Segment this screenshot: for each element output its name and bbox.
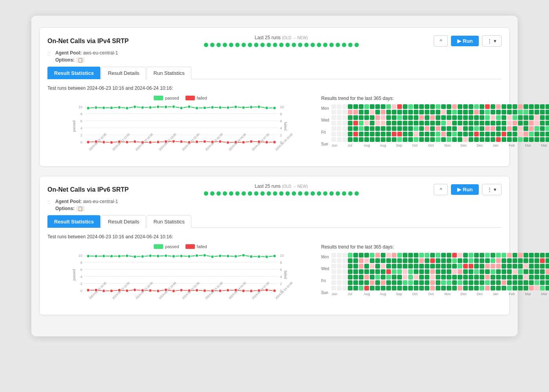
svg-point-109	[211, 255, 214, 258]
heatmap-cell	[331, 286, 336, 290]
heatmap-cell	[337, 269, 342, 274]
heatmap-cell	[425, 253, 429, 258]
heatmap-cell	[359, 253, 364, 258]
heatmap-cell	[353, 286, 358, 290]
heatmap-cell	[524, 269, 528, 274]
heatmap-cell	[414, 137, 418, 142]
heatmap-cell	[386, 280, 391, 285]
heatmap-cell	[469, 286, 473, 290]
run-button[interactable]: ▶ Run	[451, 184, 479, 195]
heatmap-cell	[447, 275, 451, 279]
heatmap-cell	[463, 253, 468, 258]
heatmap-cell	[408, 258, 413, 263]
heatmap-cell	[430, 264, 435, 269]
more-button[interactable]: ⋮ ▾	[482, 184, 502, 195]
month-label: Aug	[364, 143, 380, 147]
heatmap-cell	[534, 269, 539, 274]
heatmap-cell	[331, 121, 336, 125]
heatmap-cell	[524, 258, 528, 263]
svg-point-56	[218, 140, 222, 143]
heatmap-cell	[353, 253, 358, 258]
heatmap-cell	[496, 115, 501, 120]
heatmap-cell	[491, 110, 495, 114]
heatmap-cell	[441, 110, 446, 114]
svg-point-135	[218, 289, 222, 292]
svg-point-44	[125, 140, 129, 143]
drag-handle[interactable]: ::	[47, 199, 51, 205]
collapse-button[interactable]: ^	[434, 35, 448, 47]
heatmap-cell	[337, 104, 342, 109]
heatmap-cell	[403, 110, 407, 114]
heatmap-cell	[447, 115, 451, 120]
heatmap-cell	[381, 264, 385, 269]
heatmap-cell	[441, 104, 446, 109]
tab-result-details[interactable]: Result Details	[101, 67, 146, 79]
heatmap-cell	[540, 280, 545, 285]
svg-point-93	[87, 254, 90, 258]
heatmap-cell	[375, 104, 380, 109]
heatmap-cell	[491, 104, 495, 109]
heatmap-cell	[502, 280, 506, 285]
heatmap-cell	[375, 264, 380, 269]
heatmap-cell	[529, 280, 534, 285]
legend-failed: failed	[185, 96, 207, 100]
month-label: Dec	[460, 292, 476, 296]
heatmap-cell	[496, 258, 501, 263]
tab-result-statistics[interactable]: Result Statistics	[47, 67, 100, 79]
heatmap-cell	[441, 115, 446, 120]
svg-point-104	[172, 255, 175, 258]
heatmap-cell	[331, 104, 336, 109]
chart-legend: passed failed	[47, 244, 313, 249]
month-label: Jul	[348, 292, 364, 296]
tab-run-statistics[interactable]: Run Statistics	[147, 67, 191, 79]
more-button[interactable]: ⋮ ▾	[482, 35, 502, 47]
heatmap-cell	[529, 269, 534, 274]
svg-point-19	[125, 107, 129, 110]
tab-result-statistics[interactable]: Result Statistics	[47, 215, 100, 228]
status-dot	[229, 43, 233, 47]
tab-result-details[interactable]: Result Details	[101, 215, 146, 228]
heatmap-cell	[485, 132, 490, 136]
heatmap-cell	[430, 132, 435, 136]
month-label: Jun	[331, 143, 347, 147]
heatmap-cell	[348, 253, 353, 258]
month-label: Feb	[509, 292, 525, 296]
heatmap-cell	[458, 264, 462, 269]
tabs-bar: Result StatisticsResult DetailsRun Stati…	[47, 67, 502, 79]
heatmap-cell	[513, 126, 517, 131]
heatmap-cell	[425, 132, 429, 136]
run-button[interactable]: ▶ Run	[451, 36, 479, 46]
svg-text:10: 10	[280, 105, 284, 109]
heatmap-cell	[430, 286, 435, 290]
heatmap-cell	[381, 258, 385, 263]
heatmap-cell	[331, 115, 336, 120]
svg-point-100	[141, 255, 144, 258]
status-dot	[235, 191, 240, 196]
heatmap-cell	[507, 280, 512, 285]
heatmap-cell	[469, 137, 473, 142]
heatmap-cell	[545, 110, 549, 114]
status-dot	[242, 191, 246, 196]
collapse-button[interactable]: ^	[434, 184, 448, 195]
heatmap-cell	[447, 269, 451, 274]
heatmap-cell	[545, 137, 549, 142]
heatmap-cell	[534, 280, 539, 285]
heatmap-cell	[348, 137, 353, 142]
status-dot	[248, 43, 252, 47]
drag-handle[interactable]: ::	[47, 50, 51, 56]
heatmap-cell	[337, 126, 342, 131]
heatmap-cell	[474, 137, 479, 142]
heatmap-cell	[458, 275, 462, 279]
heatmap-cell	[507, 126, 512, 131]
heatmap-cell	[342, 110, 347, 114]
heatmap-cell	[381, 286, 385, 290]
heatmap-cell	[342, 104, 347, 109]
tab-run-statistics[interactable]: Run Statistics	[147, 215, 191, 228]
heatmap-cell	[370, 258, 374, 263]
heatmap-cell	[534, 275, 539, 279]
heatmap-cell	[414, 110, 418, 114]
chart-area: passed failed 1086420passedfailed2024-06…	[47, 244, 313, 307]
legend-passed: passed	[154, 96, 179, 100]
svg-point-35	[250, 105, 253, 109]
svg-point-22	[149, 106, 152, 109]
